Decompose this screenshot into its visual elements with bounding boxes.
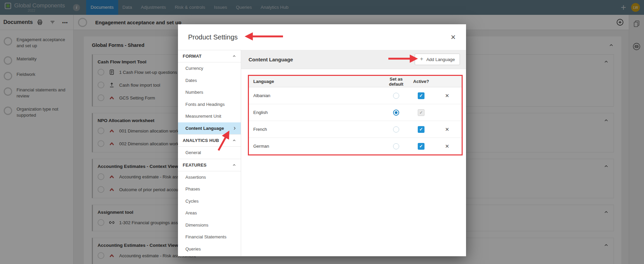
- nav-item-numbers[interactable]: Numbers: [178, 86, 241, 98]
- nav-item-content-language[interactable]: Content Language: [178, 122, 241, 135]
- active-checkbox[interactable]: [418, 92, 424, 99]
- modal-title: Product Settings: [188, 33, 238, 41]
- nav-item-dimensions[interactable]: Dimensions: [178, 219, 241, 231]
- nav-item-fonts-headings[interactable]: Fonts and Headings: [178, 98, 241, 111]
- product-settings-modal: Product Settings ✕ FORMAT Currency Dates…: [178, 24, 466, 256]
- chevron-up-icon: [232, 163, 236, 167]
- column-set-as-default: Set as default: [383, 77, 410, 87]
- chevron-right-icon: [232, 126, 237, 130]
- remove-language-icon[interactable]: ✕: [445, 143, 449, 149]
- nav-item-measurement-unit[interactable]: Measurement Unit: [178, 110, 241, 122]
- nav-item-dates[interactable]: Dates: [178, 75, 241, 87]
- language-label: German: [249, 144, 383, 149]
- language-table: Language Set as default Active? Albanian…: [248, 75, 463, 155]
- active-checkbox[interactable]: [418, 126, 424, 133]
- column-language: Language: [249, 79, 383, 84]
- nav-item-phases[interactable]: Phases: [178, 183, 241, 195]
- content-language-panel: Content Language + Add Language Language…: [241, 50, 466, 256]
- language-row-french: French ✕: [249, 121, 462, 138]
- language-row-german: German ✕: [249, 138, 462, 154]
- nav-item-areas[interactable]: Areas: [178, 207, 241, 219]
- nav-section-features[interactable]: FEATURES: [178, 159, 241, 171]
- plus-icon: +: [420, 56, 423, 62]
- language-label: French: [249, 127, 383, 132]
- panel-title: Content Language: [249, 57, 293, 62]
- default-radio[interactable]: [393, 110, 399, 116]
- settings-nav: FORMAT Currency Dates Numbers Fonts and …: [178, 50, 241, 256]
- remove-language-icon[interactable]: ✕: [445, 93, 449, 99]
- table-header-row: Language Set as default Active?: [249, 76, 462, 87]
- default-radio[interactable]: [393, 143, 399, 149]
- nav-item-queries[interactable]: Queries: [178, 243, 241, 255]
- chevron-up-icon: [232, 138, 236, 143]
- nav-item-general[interactable]: General: [178, 147, 241, 159]
- chevron-up-icon: [232, 54, 236, 58]
- default-radio[interactable]: [393, 126, 399, 133]
- default-radio[interactable]: [393, 93, 399, 99]
- nav-item-terminology[interactable]: Terminology: [178, 255, 241, 256]
- column-active: Active?: [413, 79, 429, 84]
- language-row-albanian: Albanian ✕: [249, 87, 462, 104]
- nav-section-format[interactable]: FORMAT: [178, 50, 241, 62]
- language-row-english: English ✕: [249, 104, 462, 121]
- language-label: Albanian: [249, 93, 383, 98]
- language-label: English: [249, 110, 383, 115]
- nav-item-cycles[interactable]: Cycles: [178, 195, 241, 207]
- nav-item-financial-statements[interactable]: Financial Statements: [178, 231, 241, 243]
- active-checkbox: [418, 109, 424, 116]
- active-checkbox[interactable]: [418, 143, 424, 150]
- remove-language-icon[interactable]: ✕: [445, 126, 449, 133]
- close-icon[interactable]: ✕: [450, 33, 456, 41]
- add-language-button[interactable]: + Add Language: [415, 54, 460, 65]
- nav-item-currency[interactable]: Currency: [178, 62, 241, 75]
- nav-section-analytics-hub[interactable]: ANALYTICS HUB: [178, 134, 241, 147]
- nav-item-assertions[interactable]: Assertions: [178, 171, 241, 183]
